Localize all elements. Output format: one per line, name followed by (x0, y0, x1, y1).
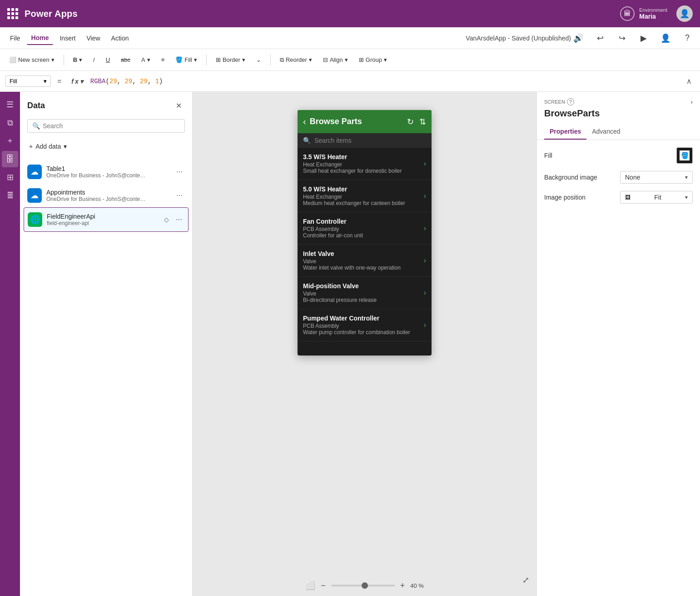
environment-text: Environment Maria (639, 7, 667, 20)
sidebar-data-icon[interactable]: 🗄 (2, 151, 18, 167)
list-item[interactable]: 5.0 W/S Heater Heat Exchanger Medium hea… (298, 180, 432, 212)
zoom-minus-button[interactable]: − (321, 581, 326, 591)
sidebar-add-icon[interactable]: + (2, 133, 18, 149)
left-sidebar: ☰ ⧉ + 🗄 ⊞ ≣ (0, 92, 20, 596)
datasource-sub-table1: OneDrive for Business - JohnS@conten... (46, 172, 146, 179)
help-icon[interactable]: ? (680, 31, 695, 45)
list-item[interactable]: Fan Controller PCB Assembly Controller f… (298, 212, 432, 245)
background-image-row: Background image None (544, 171, 693, 184)
tab-advanced[interactable]: Advanced (586, 124, 626, 140)
fill-button[interactable]: 🪣 Fill ▾ (172, 55, 201, 65)
menu-item-home[interactable]: Home (27, 31, 54, 45)
underline-button[interactable]: U (102, 55, 114, 65)
sort-icon[interactable]: ⇅ (419, 117, 426, 127)
formula-input[interactable]: RGBA(29, 29, 29, 1) (90, 78, 680, 85)
canvas-bottom-controls: ⬜ − + 40 % ⤢ (193, 581, 536, 591)
menu-items: File Home Insert View Action (5, 31, 466, 45)
environment-label: Environment (639, 7, 667, 13)
add-data-plus-icon: + (29, 143, 33, 150)
data-search-box[interactable]: 🔍 (27, 119, 185, 133)
grid-icon[interactable] (7, 8, 18, 19)
list-item[interactable]: Pumped Water Controller PCB Assembly Wat… (298, 309, 432, 341)
expand-canvas-button[interactable]: ⤢ (522, 575, 529, 585)
right-panel-header: SCREEN ? › (537, 92, 700, 105)
menu-item-view[interactable]: View (82, 32, 104, 45)
tab-properties[interactable]: Properties (544, 124, 586, 140)
share-icon[interactable]: 👤 (658, 31, 673, 45)
right-panel: SCREEN ? › BrowseParts Properties Advanc… (536, 92, 700, 596)
refresh-icon[interactable]: ↻ (407, 117, 414, 127)
sidebar-controls-icon[interactable]: ⊞ (2, 169, 18, 185)
redo-icon[interactable]: ↪ (615, 31, 629, 45)
zoom-plus-button[interactable]: + (400, 581, 405, 591)
frame-button[interactable]: ⬜ (305, 581, 315, 591)
list-item[interactable]: Mid-position Valve Valve Bi-directional … (298, 277, 432, 309)
phone-back-button[interactable]: ‹ (303, 116, 306, 127)
datasource-icon-appointments: ☁ (27, 188, 42, 203)
datasource-more-fieldapi[interactable]: ⋯ (174, 214, 184, 225)
undo-icon[interactable]: ↩ (593, 31, 607, 45)
italic-button[interactable]: / (89, 55, 99, 65)
list-item[interactable]: Inlet Valve Valve Water inlet valve with… (298, 245, 432, 277)
right-panel-body: Fill 🪣 Background image None Image posit… (537, 140, 700, 211)
search-input[interactable] (43, 122, 180, 130)
phone-item-cat-4: Valve (303, 290, 424, 297)
fx-button[interactable]: fx ▾ (68, 78, 86, 85)
sidebar-vars-icon[interactable]: ≣ (2, 187, 18, 204)
close-panel-button[interactable]: ✕ (172, 99, 185, 112)
background-image-chevron (685, 174, 688, 180)
expand-formula-btn[interactable]: ∧ (684, 77, 695, 85)
phone-item-desc-2: Controller for air-con unit (303, 232, 424, 239)
list-item[interactable]: 3.5 W/S Heater Heat Exchanger Small heat… (298, 148, 432, 180)
more-dropdown[interactable]: ⌄ (253, 55, 265, 65)
add-data-button[interactable]: + Add data ▾ (27, 140, 185, 153)
new-screen-button[interactable]: ⬜ New screen ▾ (5, 55, 58, 65)
font-color-button[interactable]: A▾ (138, 55, 154, 65)
datasource-actions-table1: ⋯ (174, 166, 185, 177)
phone-item-content-3: Inlet Valve Valve Water inlet valve with… (303, 250, 424, 271)
image-position-value: Fit (654, 194, 661, 201)
zoom-thumb[interactable] (362, 582, 368, 589)
fill-label: Fill (544, 152, 552, 159)
list-item[interactable]: ☁ Appointments OneDrive for Business - J… (20, 184, 192, 207)
list-item[interactable]: ☁ Table1 OneDrive for Business - JohnS@c… (20, 160, 192, 184)
screen-help-icon[interactable]: ? (567, 98, 574, 105)
environment-info[interactable]: 🏛 Environment Maria (620, 6, 667, 21)
menu-item-insert[interactable]: Insert (55, 32, 80, 45)
border-button[interactable]: ⊞Border▾ (212, 55, 249, 65)
top-bar-right: 🏛 Environment Maria 👤 (620, 5, 693, 22)
property-selector[interactable]: Fill ▾ (5, 75, 51, 87)
image-position-chevron (685, 194, 688, 200)
datasource-icon-table1: ☁ (27, 165, 42, 179)
phone-item-title-3: Inlet Valve (303, 250, 424, 257)
align-button[interactable]: ≡ (158, 55, 169, 65)
phone-header: ‹ Browse Parts ↻ ⇅ (298, 110, 432, 133)
user-avatar[interactable]: 👤 (676, 5, 693, 22)
align-menu-button[interactable]: ⊟Align▾ (319, 55, 352, 65)
menu-right: 🔊 ↩ ↪ ▶ 👤 ? (571, 31, 695, 45)
menu-item-action[interactable]: Action (107, 32, 134, 45)
group-button[interactable]: ⊞Group▾ (355, 55, 391, 65)
fill-color-swatch[interactable]: 🪣 (676, 147, 693, 164)
menu-item-file[interactable]: File (5, 32, 25, 45)
datasource-more-appointments[interactable]: ⋯ (174, 190, 185, 201)
background-image-select[interactable]: None (620, 171, 693, 184)
datasource-info-fieldapi: FieldEngineerApi field-engineer-api (47, 213, 156, 226)
phone-item-desc-3: Water inlet valve with one-way operation (303, 265, 424, 271)
reorder-button[interactable]: ⧉Reorder▾ (276, 55, 316, 65)
datasource-name-fieldapi: FieldEngineerApi (47, 213, 156, 220)
phone-list: 3.5 W/S Heater Heat Exchanger Small heat… (298, 148, 432, 341)
zoom-slider[interactable] (331, 585, 395, 586)
sidebar-layers-icon[interactable]: ⧉ (2, 115, 18, 131)
expand-panel-icon[interactable]: › (690, 98, 693, 105)
debug-icon[interactable]: 🔊 (571, 31, 586, 45)
datasource-name-table1: Table1 (46, 165, 169, 172)
image-position-label: Image position (544, 194, 586, 201)
list-item[interactable]: 🌐 FieldEngineerApi field-engineer-api ◇ … (24, 207, 189, 232)
sidebar-hamburger-icon[interactable]: ☰ (2, 96, 18, 113)
bold-button[interactable]: B▾ (70, 55, 86, 65)
strikethrough-button[interactable]: abc (117, 55, 134, 65)
datasource-more-table1[interactable]: ⋯ (174, 166, 185, 177)
image-position-select[interactable]: 🖼 Fit (620, 191, 693, 204)
play-icon[interactable]: ▶ (636, 31, 651, 45)
